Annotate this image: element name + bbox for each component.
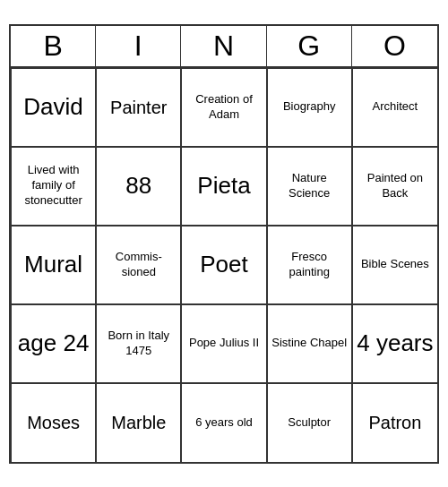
cell-text-18: Sistine Chapel xyxy=(271,336,347,351)
cell-text-22: 6 years old xyxy=(195,415,253,431)
bingo-cell-21: Marble xyxy=(96,383,181,462)
bingo-cell-23: Sculptor xyxy=(267,383,352,462)
bingo-cell-3: Biography xyxy=(267,68,352,147)
bingo-cell-0: David xyxy=(11,68,96,147)
bingo-cell-13: Fresco painting xyxy=(267,226,352,304)
cell-text-24: Patron xyxy=(368,411,421,434)
cell-text-1: Painter xyxy=(110,96,167,119)
cell-text-16: Born in Italy 1475 xyxy=(100,329,177,359)
cell-text-5: Lived with family of stonecutter xyxy=(15,163,91,209)
bingo-cell-15: age 24 xyxy=(11,304,96,383)
bingo-cell-9: Painted on Back xyxy=(352,147,437,226)
cell-text-2: Creation of Adam xyxy=(185,92,262,123)
cell-text-10: Mural xyxy=(24,250,82,280)
cell-text-3: Biography xyxy=(283,99,336,115)
cell-text-13: Fresco painting xyxy=(271,250,348,280)
cell-text-11: Commis-sioned xyxy=(100,250,177,280)
cell-text-0: David xyxy=(23,92,82,123)
bingo-cell-7: Pieta xyxy=(181,147,266,226)
cell-text-15: age 24 xyxy=(18,329,90,359)
header-letter-i: I xyxy=(96,26,181,66)
bingo-cell-2: Creation of Adam xyxy=(181,68,266,147)
cell-text-17: Pope Julius II xyxy=(189,336,259,351)
cell-text-20: Moses xyxy=(27,411,80,434)
header-letter-o: O xyxy=(352,26,437,66)
bingo-cell-14: Bible Scenes xyxy=(352,226,437,304)
cell-text-14: Bible Scenes xyxy=(361,257,429,272)
bingo-cell-8: Nature Science xyxy=(267,147,352,226)
cell-text-8: Nature Science xyxy=(271,171,348,201)
bingo-cell-11: Commis-sioned xyxy=(96,226,181,304)
cell-text-9: Painted on Back xyxy=(357,171,434,201)
bingo-header: BINGO xyxy=(11,26,437,68)
cell-text-7: Pieta xyxy=(197,171,250,201)
bingo-cell-17: Pope Julius II xyxy=(181,304,266,383)
bingo-cell-12: Poet xyxy=(181,226,266,304)
cell-text-6: 88 xyxy=(125,171,151,201)
cell-text-12: Poet xyxy=(200,250,248,280)
bingo-cell-6: 88 xyxy=(96,147,181,226)
bingo-cell-16: Born in Italy 1475 xyxy=(96,304,181,383)
cell-text-19: 4 years xyxy=(357,329,433,359)
bingo-cell-19: 4 years xyxy=(352,304,437,383)
bingo-cell-5: Lived with family of stonecutter xyxy=(11,147,96,226)
bingo-cell-4: Architect xyxy=(352,68,437,147)
bingo-cell-22: 6 years old xyxy=(181,383,266,462)
header-letter-b: B xyxy=(11,26,96,66)
bingo-cell-10: Mural xyxy=(11,226,96,304)
header-letter-g: G xyxy=(267,26,352,66)
cell-text-4: Architect xyxy=(373,99,418,115)
bingo-cell-18: Sistine Chapel xyxy=(267,304,352,383)
bingo-cell-24: Patron xyxy=(352,383,437,462)
bingo-cell-1: Painter xyxy=(96,68,181,147)
bingo-card: BINGO DavidPainterCreation of AdamBiogra… xyxy=(9,24,439,464)
bingo-cell-20: Moses xyxy=(11,383,96,462)
cell-text-23: Sculptor xyxy=(288,415,331,431)
cell-text-21: Marble xyxy=(111,411,166,434)
bingo-grid: DavidPainterCreation of AdamBiographyArc… xyxy=(11,68,437,462)
header-letter-n: N xyxy=(181,26,266,66)
